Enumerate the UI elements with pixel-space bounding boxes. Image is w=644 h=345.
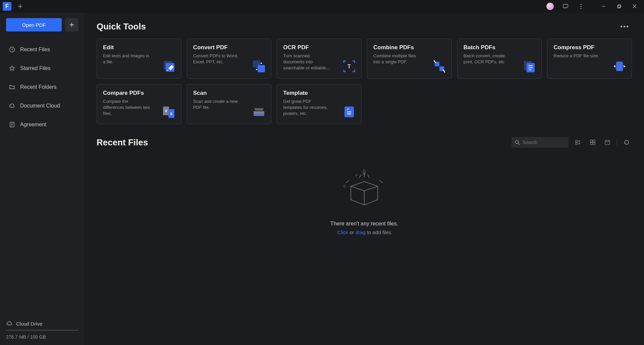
close-button[interactable]	[628, 1, 641, 11]
svg-text:V: V	[165, 109, 167, 113]
tool-card-template[interactable]: Template Get great PDF templates for res…	[277, 84, 362, 124]
tool-desc: Turn scanned documents into searchable o…	[283, 53, 331, 71]
svg-rect-31	[593, 143, 595, 145]
tool-title: Batch PDFs	[464, 44, 536, 51]
svg-rect-28	[590, 140, 592, 142]
empty-click-link[interactable]: Click	[337, 229, 348, 235]
tool-title: Edit	[103, 44, 175, 51]
overflow-menu-icon[interactable]	[574, 1, 588, 11]
scan-icon	[252, 105, 266, 119]
tool-card-ocr[interactable]: OCR PDF Turn scanned documents into sear…	[277, 39, 362, 79]
svg-point-3	[580, 8, 581, 9]
sidebar-item-recent-folders[interactable]: Recent Folders	[6, 79, 78, 95]
svg-text:T: T	[347, 64, 351, 69]
tool-card-batch[interactable]: Batch PDFs Batch convert, create, print,…	[457, 39, 542, 79]
sidebar-item-recent-files[interactable]: Recent Files	[6, 42, 78, 58]
svg-rect-5	[618, 5, 621, 7]
tool-desc: Scan and create a new PDF file.	[193, 98, 241, 111]
svg-rect-32	[605, 140, 610, 145]
svg-rect-30	[590, 143, 592, 145]
cloud-drive-row[interactable]: Cloud Drive	[6, 320, 78, 327]
open-pdf-button[interactable]: Open PDF	[6, 18, 62, 31]
sidebar-item-starred-files[interactable]: Starred Files	[6, 60, 78, 76]
empty-box-icon	[339, 168, 389, 211]
tool-desc: Batch convert, create, print, OCR PDFs, …	[464, 53, 511, 65]
nav-label: Recent Folders	[20, 84, 57, 90]
search-box[interactable]	[512, 137, 569, 148]
quick-tools-heading: Quick Tools	[97, 21, 146, 32]
sidebar-item-document-cloud[interactable]: Document Cloud	[6, 98, 78, 114]
nav-label: Recent Files	[20, 47, 50, 53]
app-glyph: F	[5, 3, 9, 9]
quick-tools-more-icon[interactable]: •••	[618, 21, 632, 32]
search-icon	[515, 140, 520, 145]
document-icon	[9, 121, 15, 128]
view-list-icon[interactable]	[573, 137, 583, 148]
svg-rect-0	[563, 4, 568, 8]
tool-card-compare[interactable]: Compare PDFs Compare the differences bet…	[97, 84, 181, 124]
svg-text:S: S	[170, 112, 172, 116]
nav-label: Starred Files	[20, 65, 51, 71]
tool-desc: Edit texts and images in a file.	[103, 53, 151, 65]
nav-label: Document Cloud	[20, 103, 60, 109]
maximize-button[interactable]	[612, 1, 626, 11]
tool-title: Template	[283, 90, 355, 96]
svg-rect-27	[576, 143, 577, 144]
folder-icon	[9, 84, 15, 90]
star-icon	[9, 65, 15, 72]
compare-icon: VS	[162, 105, 176, 119]
app-logo-tab[interactable]: F	[3, 2, 11, 11]
create-pdf-button[interactable]	[65, 18, 78, 31]
tool-card-edit[interactable]: Edit Edit texts and images in a file.	[97, 39, 181, 79]
storage-text: 276.7 MB / 100 GB	[6, 334, 78, 340]
cloud-drive-label: Cloud Drive	[16, 321, 42, 327]
new-tab-button[interactable]	[13, 1, 27, 11]
tool-card-compress[interactable]: Compress PDF Reduce a PDF file size.	[547, 39, 632, 79]
sidebar-item-agreement[interactable]: Agreement	[6, 117, 78, 133]
compress-icon	[612, 59, 627, 74]
tool-title: Scan	[193, 90, 265, 96]
refresh-icon[interactable]	[621, 137, 632, 148]
title-bar: F	[0, 0, 644, 13]
tool-desc: Reduce a PDF file size.	[553, 53, 601, 59]
combine-icon	[432, 59, 447, 74]
minimize-button[interactable]	[597, 1, 610, 11]
svg-point-25	[516, 140, 519, 143]
batch-icon	[522, 59, 537, 74]
convert-icon	[252, 59, 266, 74]
tool-card-scan[interactable]: Scan Scan and create a new PDF file.	[187, 84, 272, 124]
view-calendar-icon[interactable]	[602, 137, 613, 148]
empty-subtext: Click or drag to add files	[337, 229, 391, 235]
main-content: Quick Tools ••• Edit Edit texts and imag…	[85, 13, 644, 345]
svg-rect-4	[618, 5, 620, 8]
cloud-icon	[9, 102, 15, 109]
tool-title: Combine PDFs	[373, 44, 445, 51]
svg-rect-11	[258, 65, 265, 72]
tool-title: OCR PDF	[283, 44, 355, 51]
tool-desc: Combine multiple files into a single PDF…	[373, 53, 421, 65]
tool-title: Compare PDFs	[103, 90, 175, 96]
tool-title: Compress PDF	[553, 44, 626, 51]
svg-point-1	[580, 4, 581, 5]
tool-title: Convert PDF	[193, 44, 265, 51]
edit-icon	[162, 59, 176, 74]
nav-label: Agreement	[20, 122, 46, 128]
svg-rect-29	[593, 140, 595, 142]
user-avatar[interactable]	[543, 1, 557, 11]
svg-rect-26	[576, 140, 577, 142]
tool-desc: Compare the differences between two file…	[103, 98, 151, 117]
feedback-icon[interactable]	[559, 1, 572, 11]
storage-progress	[6, 330, 78, 331]
svg-point-2	[580, 6, 581, 7]
view-grid-icon[interactable]	[587, 137, 598, 148]
clock-icon	[9, 46, 15, 53]
sidebar: Open PDF Recent Files Starred Files	[0, 13, 85, 345]
tool-card-convert[interactable]: Convert PDF Convert PDFs to Word, Excel,…	[187, 39, 272, 79]
empty-drag-link[interactable]: drag	[356, 229, 366, 235]
ocr-icon: T	[342, 59, 357, 74]
tool-card-combine[interactable]: Combine PDFs Combine multiple files into…	[367, 39, 452, 79]
svg-rect-23	[254, 114, 264, 115]
empty-message: There aren't any recent files.	[330, 221, 398, 227]
recent-files-heading: Recent Files	[97, 137, 148, 148]
tool-desc: Convert PDFs to Word, Excel, PPT, etc.	[193, 53, 241, 65]
